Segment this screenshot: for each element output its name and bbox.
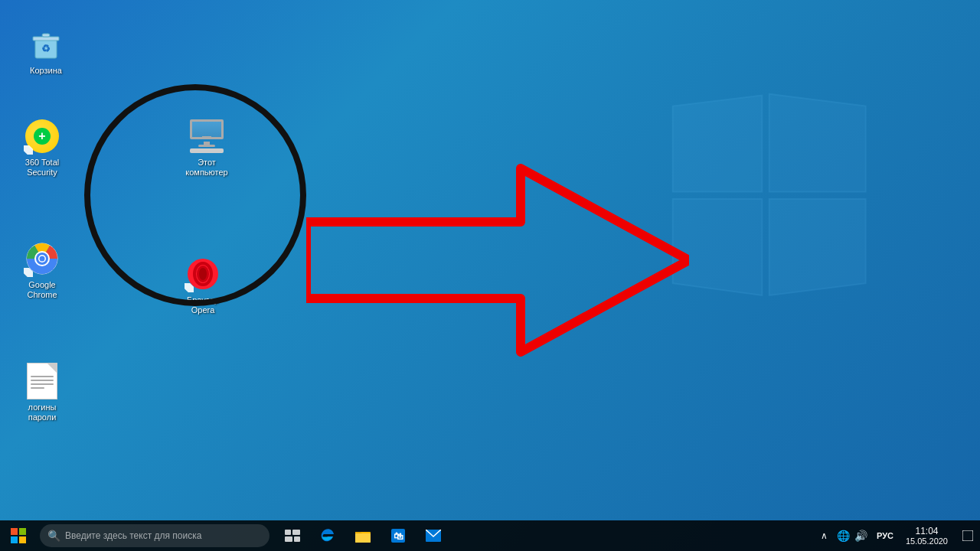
mail-icon bbox=[426, 530, 441, 542]
network-icon: 🌐 bbox=[837, 530, 850, 542]
monitor-base bbox=[198, 145, 215, 146]
google-chrome-icon[interactable]: Google Chrome bbox=[11, 237, 73, 303]
windows-start-icon bbox=[11, 528, 26, 543]
store-icon: 🛍 bbox=[390, 528, 406, 543]
system-tray: ∧ 🌐 🔊 РУС 11:04 15.05.2020 bbox=[816, 520, 980, 551]
file-explorer-icon bbox=[355, 529, 371, 543]
svg-marker-2 bbox=[673, 199, 763, 295]
task-view-button[interactable] bbox=[276, 520, 309, 551]
edge-icon bbox=[320, 528, 335, 543]
svg-rect-22 bbox=[285, 530, 291, 535]
monitor-graphic bbox=[188, 119, 225, 153]
svg-rect-19 bbox=[19, 528, 26, 535]
tray-icons-group[interactable]: ∧ bbox=[816, 520, 832, 551]
svg-text:♻: ♻ bbox=[41, 43, 51, 54]
svg-rect-21 bbox=[19, 536, 26, 543]
tray-lang-icon[interactable]: РУС bbox=[872, 520, 898, 551]
taskbar-quick-launch: 🛍 bbox=[276, 520, 450, 551]
360-inner: + bbox=[34, 128, 51, 145]
text-file-graphic bbox=[27, 363, 57, 399]
text-file-label: логины пароли bbox=[15, 403, 70, 422]
svg-rect-31 bbox=[962, 530, 973, 541]
clock-date: 15.05.2020 bbox=[906, 536, 948, 546]
opera-icon[interactable]: Браузер Opera bbox=[172, 253, 234, 318]
svg-marker-1 bbox=[769, 94, 866, 192]
keyboard-graphic bbox=[190, 148, 224, 153]
svg-text:🛍: 🛍 bbox=[394, 530, 403, 542]
svg-rect-24 bbox=[285, 536, 292, 542]
store-button[interactable]: 🛍 bbox=[381, 520, 415, 551]
start-button[interactable] bbox=[0, 520, 37, 551]
file-explorer-button[interactable] bbox=[346, 520, 380, 551]
red-arrow bbox=[306, 153, 689, 367]
security-360-icon[interactable]: + 360 Total Security bbox=[11, 115, 73, 181]
svg-rect-7 bbox=[42, 34, 50, 37]
my-pc-icon[interactable]: Этот компьютер bbox=[176, 115, 237, 181]
text-file-icon[interactable]: логины пароли bbox=[11, 360, 73, 425]
svg-rect-6 bbox=[33, 37, 59, 41]
recycle-bin-label: Корзина bbox=[30, 66, 62, 76]
search-icon: 🔍 bbox=[47, 530, 60, 542]
monitor-screen bbox=[190, 119, 224, 139]
svg-rect-18 bbox=[11, 528, 18, 535]
svg-marker-3 bbox=[769, 199, 866, 295]
my-pc-label: Этот компьютер bbox=[179, 158, 234, 178]
taskbar: 🔍 Введите здесь текст для поиска bbox=[0, 520, 980, 551]
recycle-bin-icon[interactable]: ♻ Корзина bbox=[15, 23, 77, 79]
svg-point-13 bbox=[40, 256, 45, 262]
svg-rect-20 bbox=[11, 536, 18, 543]
svg-rect-27 bbox=[355, 533, 371, 543]
mail-button[interactable] bbox=[416, 520, 450, 551]
clock-time: 11:04 bbox=[915, 526, 938, 536]
notification-button[interactable] bbox=[956, 520, 980, 551]
chrome-label: Google Chrome bbox=[15, 280, 70, 300]
svg-rect-25 bbox=[294, 536, 300, 542]
security-360-label: 360 Total Security bbox=[15, 158, 70, 178]
chevron-up-icon: ∧ bbox=[821, 530, 828, 541]
clock-area[interactable]: 11:04 15.05.2020 bbox=[898, 520, 956, 551]
text-file-lines bbox=[31, 376, 54, 391]
task-view-icon bbox=[285, 530, 300, 542]
svg-marker-0 bbox=[673, 96, 763, 192]
edge-button[interactable] bbox=[311, 520, 345, 551]
search-bar[interactable]: 🔍 Введите здесь текст для поиска bbox=[40, 524, 270, 547]
tray-status-icons[interactable]: 🌐 🔊 bbox=[832, 520, 872, 551]
svg-point-17 bbox=[199, 268, 207, 280]
desktop: ♻ Корзина + 360 Total Security bbox=[0, 0, 980, 520]
svg-marker-4 bbox=[306, 168, 689, 352]
opera-label: Браузер Opera bbox=[175, 295, 230, 315]
language-indicator: РУС bbox=[877, 531, 893, 540]
search-placeholder: Введите здесь текст для поиска bbox=[65, 530, 201, 541]
windows-logo-watermark bbox=[658, 92, 873, 306]
volume-icon: 🔊 bbox=[854, 530, 867, 542]
notification-icon bbox=[962, 530, 973, 541]
svg-rect-23 bbox=[292, 530, 300, 535]
